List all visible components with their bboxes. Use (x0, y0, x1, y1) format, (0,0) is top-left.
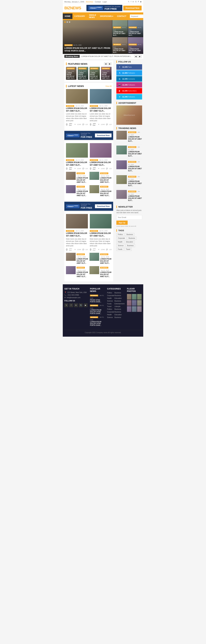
site-logo[interactable]: BIZNEWS (64, 6, 81, 10)
footer-news-1[interactable]: BUSINESS Jan 01, 2045 PROIN VITAE PORTA … (90, 294, 104, 303)
tag-business[interactable]: Business (125, 233, 134, 236)
tag-corporate[interactable]: Corporate (116, 237, 126, 240)
cat-science[interactable]: Science (107, 300, 114, 302)
cat-business2[interactable]: Business (114, 294, 124, 297)
third-item-1[interactable]: BUSINESS Jan 11, 2045 LOREM IPSUM DOLOR … (66, 214, 88, 251)
cat-politics2[interactable]: Politics (107, 308, 114, 310)
instagram-follow[interactable]: 📷 12,345 Followers (116, 82, 142, 88)
cat-business4[interactable]: Business (114, 308, 124, 310)
cat-lifestyle[interactable]: Lifestyle (114, 305, 124, 308)
featured-item-2[interactable]: BUSINESS Jan 01, 2045 LOREM IPSUM DOLOR … (78, 67, 88, 80)
footer-youtube-icon[interactable]: ▶ (84, 303, 88, 307)
latest-card-4[interactable]: BUSINESS Jan 11, 2045 LOREM IPSUM DOLOR … (90, 143, 112, 170)
cat-health2[interactable]: Health (107, 314, 114, 316)
ad2-download-btn[interactable]: Download Now (95, 204, 112, 208)
facebook-top-icon[interactable]: f (131, 1, 131, 3)
nav-home[interactable]: HOME (63, 14, 72, 19)
google-top-icon[interactable]: G (135, 1, 137, 3)
hero-small-2[interactable]: BUSINESS Jan 01, 2045 LOREM IPSUM DOLOR … (128, 20, 143, 37)
youtube-top-icon[interactable]: ▶ (140, 1, 142, 3)
tag-foods[interactable]: Foods (116, 248, 124, 251)
footer-news-3[interactable]: BUSINESS Jan 01, 2045 LOREM IPSUM DOLOR … (90, 316, 104, 326)
cat-foods[interactable]: Foods (107, 302, 114, 305)
cat-travel[interactable]: Travel (107, 305, 114, 308)
third-small-1[interactable]: BUSINESS Jan 01, 2045 LOREM IPSUM DOLOR … (66, 253, 88, 265)
trending-2[interactable]: BUSINESS Jan 01, 2045 LOREM IPSUM DOLOR … (116, 146, 142, 159)
flickr-1[interactable] (127, 294, 132, 300)
latest-card-2[interactable]: BUSINESS Jan 11, 2045 LOREM IPSUM DOLOR … (90, 89, 112, 126)
cat-politics[interactable]: Politics (107, 292, 114, 294)
footer-twitter-icon[interactable]: 𝕏 (64, 303, 68, 307)
linkedin-follow[interactable]: in 12,345 Connects (116, 76, 142, 82)
tag-business2[interactable]: Business (127, 237, 137, 240)
breaking-next[interactable]: ▶ (138, 55, 142, 58)
flickr-5[interactable] (132, 300, 136, 306)
flickr-7[interactable] (127, 306, 132, 312)
cat-business5[interactable]: Business (114, 311, 124, 313)
cat-business6[interactable]: Business (114, 316, 124, 318)
trending-5[interactable]: BUSINESS Jan 01, 2045 LOREM IPSUM DOLOR … (116, 190, 142, 203)
featured-prev[interactable]: ◀ (104, 62, 108, 65)
tag-science[interactable]: Science (116, 244, 125, 247)
small-news-2[interactable]: BUSINESS Jan 01, 2045 LOREM IPSUM DOLOR … (90, 172, 112, 184)
hero-main[interactable]: BUSINESS Jan 01, 2045 LOREM IPSUM DOLOR … (63, 20, 112, 54)
search-input[interactable] (130, 14, 143, 18)
linkedin-top-icon[interactable]: in (132, 1, 134, 3)
third-item-2[interactable]: BUSINESS Jan 01, 2045 LOREM IPSUM DOLOR … (90, 214, 112, 251)
tag-education[interactable]: Education (124, 240, 134, 244)
hero-small-3[interactable]: BUSINESS Jan 01, 2045 LOREM IPSUM DOLOR … (112, 37, 128, 54)
cat-corporate2[interactable]: Corporate (107, 311, 114, 313)
cat-entertainment[interactable]: Entertainment (114, 302, 124, 305)
latest-card-3[interactable]: BUSINESS Jan 15, 2045 LOREM IPSUM DOLOR … (66, 143, 88, 170)
hero-small-1[interactable]: BUSINESS Jan 01, 2045 LOREM IPSUM DOLOR … (112, 20, 128, 37)
cat-education2[interactable]: Education (114, 314, 124, 316)
small-news-1[interactable]: BUSINESS Jan 01, 2045 LOREM IPSUM DOLOR … (66, 172, 88, 184)
newsletter-email-input[interactable] (116, 215, 142, 220)
featured-next[interactable]: ▶ (108, 62, 112, 65)
tag-politics[interactable]: Politics (116, 233, 124, 236)
ad1-download-btn[interactable]: Download Now (95, 134, 112, 137)
cat-science2[interactable]: Science (107, 316, 114, 318)
small-news-4[interactable]: BUSINESS Jan 01, 2045 LOREM IPSUM DOLOR … (90, 185, 112, 197)
cat-health[interactable]: Health (107, 297, 114, 300)
footer-instagram-icon[interactable]: 📷 (79, 303, 83, 307)
footer-news-2[interactable]: BUSINESS Jan 01, 2045 LOREM IPSUM DOLOR … (90, 304, 104, 314)
breaking-prev[interactable]: ◀ (134, 55, 138, 58)
login-link[interactable]: Login (102, 1, 107, 3)
featured-item-3[interactable]: BUSINESS Jan 01, 2045 LOREM IPSUM DOLOR … (90, 67, 100, 80)
featured-item-1[interactable]: BUSINESS Jan 01, 2045 LOREM IPSUM DOLOR … (66, 67, 76, 80)
facebook-follow[interactable]: f 12,345 Fans (116, 64, 142, 70)
vimeo-follow[interactable]: V 12,345 Followers (116, 94, 142, 100)
cat-business3[interactable]: Business (114, 300, 124, 302)
trending-4[interactable]: BUSINESS Jan 01, 2045 LOREM IPSUM DOLOR … (116, 175, 142, 189)
contact-link[interactable]: Contact (95, 1, 101, 3)
hero-small-4[interactable]: BUSINESS Jan 01, 2045 LOREM IPSUM DOLOR … (128, 37, 143, 54)
footer-linkedin-icon[interactable]: in (74, 303, 78, 307)
third-small-4[interactable]: BUSINESS Jan 01, 2045 LOREM IPSUM DOLOR … (90, 266, 112, 278)
pinterest-top-icon[interactable]: P (138, 1, 139, 3)
flickr-4[interactable] (127, 300, 132, 306)
nav-single-news[interactable]: SINGLE NEWS (87, 12, 98, 20)
twitter-follow[interactable]: 𝕏 12,365 Followers (116, 70, 142, 76)
view-all-link[interactable]: View All (106, 85, 112, 87)
advertise-link[interactable]: Advertise (86, 1, 93, 3)
nav-category[interactable]: CATEGORY (72, 14, 87, 19)
tag-health[interactable]: Health (116, 240, 124, 244)
twitter-top-icon[interactable]: 𝕏 (128, 1, 130, 3)
flickr-8[interactable] (132, 306, 136, 312)
youtube-follow[interactable]: ▶ 12,345 Subscribers (116, 88, 142, 94)
latest-card-1[interactable]: BUSINESS Jan 15, 2045 LOREM IPSUM DOLOR … (66, 89, 88, 126)
cat-education[interactable]: Education (114, 297, 124, 300)
nav-dropdown[interactable]: DROPDOWN ▾ (98, 14, 115, 19)
tag-travel[interactable]: Travel (124, 248, 132, 251)
featured-item-4[interactable]: BUSINESS Jan 01, 2045 LOREM IPSUM DOLOR … (101, 67, 112, 80)
tag-business3[interactable]: Business (126, 244, 135, 247)
nav-contact[interactable]: CONTACT (115, 14, 128, 19)
flickr-9[interactable] (137, 306, 142, 312)
header-download-button[interactable]: Download Now (123, 6, 142, 10)
third-small-2[interactable]: BUSINESS Jan 01, 2045 LOREM IPSUM DOLOR … (90, 253, 112, 265)
footer-facebook-icon[interactable]: f (69, 303, 73, 307)
third-small-3[interactable]: BUSINESS Jan 01, 2045 LOREM IPSUM DOLOR … (66, 266, 88, 278)
small-news-3[interactable]: BUSINESS Jan 01, 2045 LOREM IPSUM DOLOR … (66, 185, 88, 197)
newsletter-signup-btn[interactable]: Sign Up (116, 220, 128, 225)
